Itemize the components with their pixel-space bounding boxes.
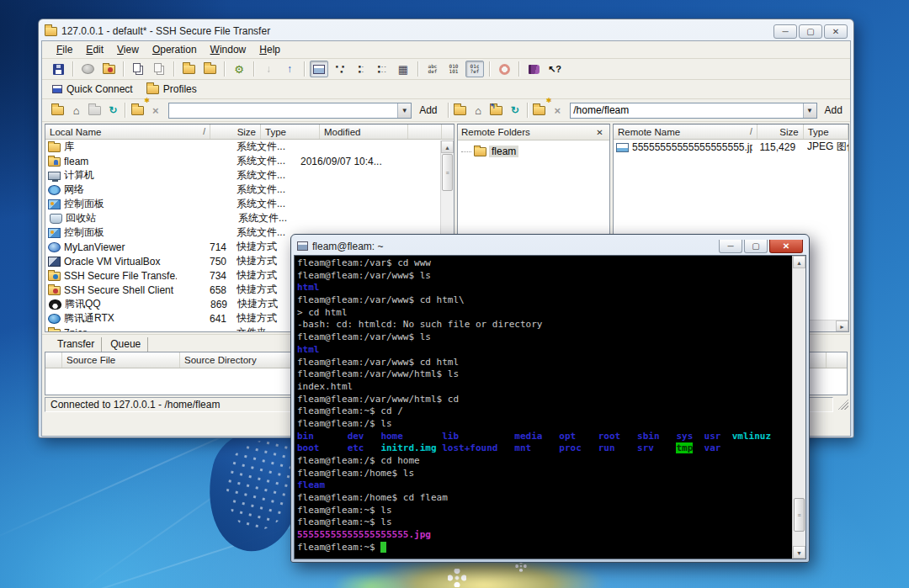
- terminal-text-segment: media: [514, 431, 542, 442]
- column-header-Local Name[interactable]: Local Name/: [45, 124, 210, 139]
- column-header-blank[interactable]: [408, 124, 442, 139]
- file-row[interactable]: 库系统文件...: [45, 140, 440, 154]
- remote-add-button[interactable]: Add: [817, 103, 850, 118]
- remote-folder-icon[interactable]: [450, 102, 469, 119]
- quick-connect-button[interactable]: Quick Connect: [49, 82, 140, 97]
- large-icons-view-icon[interactable]: ▪ ▪ ▪: [331, 61, 349, 77]
- remote-delete-icon[interactable]: ×: [548, 102, 566, 119]
- file-row[interactable]: fleam系统文件...2016/09/07 10:4...: [45, 154, 440, 168]
- column-header-remote-name[interactable]: Remote Name/: [614, 124, 758, 139]
- download-dialog-icon[interactable]: [179, 61, 198, 77]
- terminal-titlebar[interactable]: fleam@fleam: ~ ─ ▢ ✕: [294, 237, 806, 255]
- remote-up-folder-icon[interactable]: ↰: [487, 102, 506, 119]
- terminal-line: fleam@fleam:/var/www$ ls: [297, 331, 791, 344]
- file-row[interactable]: 网络系统文件...: [45, 183, 440, 197]
- list-view-icon[interactable]: ▪-- ▪--: [373, 61, 391, 77]
- app-sftp-icon: [48, 272, 61, 281]
- column-label: Remote Name: [618, 127, 680, 137]
- column-header-source-file[interactable]: Source File: [62, 352, 180, 368]
- tab-transfer[interactable]: Transfer: [50, 337, 102, 352]
- minimize-button[interactable]: ─: [719, 240, 742, 253]
- menu-item-operation[interactable]: Operation: [146, 42, 203, 57]
- terminal-text-segment: boot: [297, 442, 320, 453]
- paste-icon[interactable]: [150, 61, 168, 77]
- settings-gear-icon[interactable]: ⚙: [230, 61, 248, 77]
- small-icons-view-icon[interactable]: ▪- ▪-: [352, 61, 370, 77]
- tree-item-fleam[interactable]: fleam: [461, 146, 609, 157]
- column-header-type[interactable]: Type: [804, 124, 848, 139]
- file-size: 714: [180, 241, 226, 253]
- local-delete-icon[interactable]: ×: [146, 102, 165, 119]
- column-header-Size[interactable]: Size: [210, 124, 261, 139]
- pane-close-icon[interactable]: ✕: [593, 126, 606, 138]
- scroll-up-icon[interactable]: ▲: [441, 140, 454, 153]
- local-path-dropdown-icon[interactable]: ▼: [397, 103, 411, 118]
- column-header-size[interactable]: Size: [758, 124, 804, 139]
- maximize-button[interactable]: ▢: [744, 240, 768, 253]
- column-header-Type[interactable]: Type: [261, 124, 320, 139]
- scroll-up-icon[interactable]: ▲: [793, 256, 805, 268]
- menu-item-help[interactable]: Help: [253, 42, 286, 57]
- close-button[interactable]: ✕: [824, 24, 848, 39]
- minimize-button[interactable]: ─: [773, 24, 797, 39]
- cancel-transfer-icon[interactable]: [495, 61, 513, 77]
- tab-queue[interactable]: Queue: [104, 337, 148, 352]
- close-button[interactable]: ✕: [769, 240, 803, 253]
- disconnect-icon[interactable]: [99, 61, 118, 77]
- terminal-text-segment: home: [380, 431, 403, 442]
- remote-new-folder-icon[interactable]: [530, 102, 549, 119]
- table-view-icon[interactable]: ▦: [394, 61, 412, 77]
- upload-arrow-icon[interactable]: ↑: [280, 61, 299, 77]
- context-help-icon[interactable]: ↖?: [545, 61, 564, 77]
- details-view-icon[interactable]: [310, 61, 328, 77]
- local-path-input[interactable]: [169, 104, 397, 117]
- remote-path-dropdown-icon[interactable]: ▼: [803, 103, 816, 118]
- terminal-text-segment: [364, 442, 381, 453]
- terminal-line: fleam@fleam:/home$ ls: [297, 468, 791, 480]
- terminal-screen[interactable]: fleam@fleam:/var$ cd wwwfleam@fleam:/var…: [294, 255, 806, 559]
- scroll-right-icon[interactable]: ►: [836, 320, 848, 331]
- remote-file-list: 55555555555555555555.jpg115,429JPEG 图像: [614, 140, 848, 154]
- file-row[interactable]: 控制面板系统文件...: [45, 197, 440, 211]
- copy-icon[interactable]: [129, 61, 147, 77]
- scrollbar-thumb[interactable]: ≡: [442, 154, 453, 191]
- local-up-folder-icon[interactable]: [86, 102, 104, 119]
- upload-dialog-icon[interactable]: [200, 61, 219, 77]
- terminal-scrollbar[interactable]: ▲ ≡ ▼: [792, 256, 805, 559]
- resize-grip[interactable]: [837, 399, 848, 410]
- auto-mode-icon[interactable]: 01¢ ?ef: [465, 61, 484, 77]
- remote-path-input[interactable]: [571, 104, 802, 117]
- maximize-button[interactable]: ▢: [799, 24, 822, 39]
- scroll-down-icon[interactable]: ▼: [793, 546, 805, 559]
- local-refresh-icon[interactable]: ↻: [104, 102, 122, 119]
- file-row[interactable]: 回收站系统文件...: [45, 211, 440, 225]
- local-home-icon[interactable]: ⌂: [67, 102, 86, 119]
- remote-path-combobox[interactable]: ▼: [570, 103, 816, 119]
- sftp-titlebar[interactable]: 127.0.0.1 - default* - SSH Secure File T…: [41, 22, 851, 40]
- local-path-combobox[interactable]: ▼: [168, 103, 412, 119]
- menu-item-file[interactable]: File: [50, 42, 78, 57]
- download-arrow-icon[interactable]: ↓: [259, 61, 278, 77]
- binary-mode-icon[interactable]: 010 101: [444, 61, 463, 77]
- user-folder-icon: [48, 157, 61, 167]
- local-new-folder-icon[interactable]: [128, 102, 146, 119]
- connect-icon[interactable]: [78, 61, 97, 77]
- remote-refresh-icon[interactable]: ↻: [506, 102, 524, 119]
- menu-item-edit[interactable]: Edit: [80, 42, 109, 57]
- file-row[interactable]: 计算机系统文件...: [45, 168, 440, 183]
- sftp-app-icon: [45, 27, 57, 36]
- help-book-icon[interactable]: [524, 61, 543, 77]
- computer-icon: [48, 172, 61, 180]
- menu-item-window[interactable]: Window: [205, 42, 252, 57]
- remote-home-icon[interactable]: ⌂: [469, 102, 487, 119]
- column-header-blank: [810, 352, 827, 368]
- file-row[interactable]: 55555555555555555555.jpg115,429JPEG 图像: [614, 140, 848, 154]
- save-icon[interactable]: [49, 61, 67, 77]
- local-add-button[interactable]: Add: [412, 103, 444, 118]
- ascii-mode-icon[interactable]: abc def: [423, 61, 442, 77]
- scrollbar-thumb[interactable]: ≡: [794, 498, 805, 532]
- profiles-button[interactable]: Profiles: [143, 82, 204, 97]
- menu-item-view[interactable]: View: [111, 42, 145, 57]
- column-header-Modified[interactable]: Modified: [320, 124, 408, 139]
- local-folder-icon[interactable]: [49, 102, 67, 119]
